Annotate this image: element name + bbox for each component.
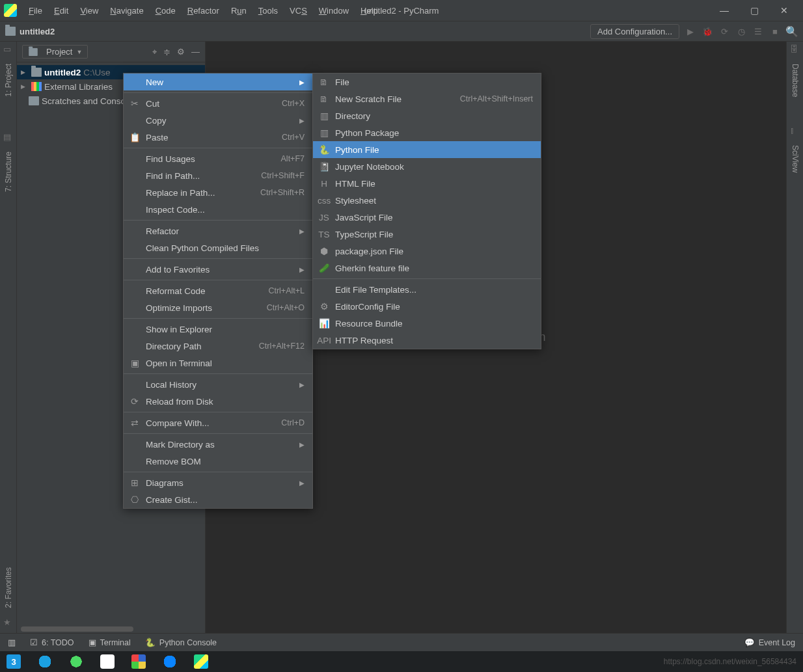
project-view-selector[interactable]: Project ▼ [22,45,88,59]
ctx-item-directory-path[interactable]: Directory PathCtrl+Alt+F12 [124,338,312,355]
menu-shortcut: Ctrl+Shift+R [260,188,305,197]
new-item-html-file[interactable]: HHTML File [313,175,541,192]
structure-tab[interactable]: 7: Structure [4,149,13,195]
menu-navigate[interactable]: Navigate [105,3,148,18]
menu-code[interactable]: Code [150,3,181,18]
status-terminal[interactable]: ▣Terminal [88,638,131,647]
database-tab[interactable]: Database [791,61,800,100]
ctx-item-local-history[interactable]: Local History▶ [124,376,312,393]
taskbar-wechat-icon[interactable] [69,654,83,669]
stop-icon[interactable]: ■ [769,25,781,37]
ctx-item-remove-bom[interactable]: Remove BOM [124,453,312,470]
ctx-item-add-to-favorites[interactable]: Add to Favorites▶ [124,261,312,278]
project-tab-icon[interactable]: ▭ [3,44,14,55]
ctx-item-cut[interactable]: ✂CutCtrl+X [124,95,312,112]
ctx-item-create-gist[interactable]: ⎔Create Gist... [124,491,312,508]
ctx-item-new[interactable]: New▶ [124,74,312,90]
ctx-item-paste[interactable]: 📋PasteCtrl+V [124,129,312,146]
favorites-tab-icon[interactable]: ★ [3,617,14,628]
favorites-tab[interactable]: 2: Favorites [4,565,13,611]
new-item-gherkin-feature-file[interactable]: 🥒Gherkin feature file [313,260,541,276]
ctx-item-optimize-imports[interactable]: Optimize ImportsCtrl+Alt+O [124,299,312,316]
menu-item-label: Add to Favorites [146,265,294,275]
taskbar-3-icon[interactable]: 3 [7,654,21,669]
expand-arrow-icon[interactable]: ▶ [21,83,29,90]
new-item-file[interactable]: 🗎File [313,74,541,90]
database-tab-icon[interactable]: 🗄 [790,44,800,55]
profile-icon[interactable]: ◷ [735,25,747,37]
sciview-tab[interactable]: SciView [791,142,800,175]
taskbar-app-icon[interactable] [100,654,115,669]
maximize-button[interactable]: ▢ [739,0,769,21]
project-tab[interactable]: 1: Project [4,61,13,100]
menu-edit[interactable]: Edit [49,3,74,18]
ctx-item-show-in-explorer[interactable]: Show in Explorer [124,321,312,338]
hide-icon[interactable]: — [191,47,200,57]
new-item-package-json-file[interactable]: ⬢package.json File [313,243,541,260]
add-configuration-button[interactable]: Add Configuration... [590,24,679,39]
new-item-jupyter-notebook[interactable]: 📓Jupyter Notebook [313,158,541,175]
ctx-item-compare-with[interactable]: ⇄Compare With...Ctrl+D [124,414,312,431]
new-item-python-file[interactable]: 🐍Python File [313,141,541,158]
taskbar-app2-icon[interactable] [131,654,146,669]
close-button[interactable]: ✕ [769,0,799,21]
locate-icon[interactable]: ⌖ [152,47,157,57]
new-item-stylesheet[interactable]: cssStylesheet [313,192,541,209]
menu-view[interactable]: View [75,3,103,18]
expand-arrow-icon[interactable]: ▶ [21,69,29,75]
submenu-arrow-icon: ▶ [299,381,305,388]
terminal-icon: ▣ [88,638,96,647]
tool-window-toggle[interactable]: ▥ [8,638,16,647]
new-item-edit-file-templates[interactable]: Edit File Templates... [313,281,541,298]
status-event-log[interactable]: 💬Event Log [744,638,795,647]
breadcrumb-root[interactable]: untitled2 [20,27,55,36]
menu-vcs[interactable]: VCS [284,3,312,18]
ctx-item-copy[interactable]: Copy▶ [124,112,312,129]
concurrency-icon[interactable]: ☰ [752,25,764,37]
ctx-item-clean-python-compiled-files[interactable]: Clean Python Compiled Files [124,239,312,256]
search-everywhere-icon[interactable]: 🔍 [786,25,798,37]
menu-run[interactable]: Run [226,3,252,18]
coverage-icon[interactable]: ⟳ [718,25,730,37]
settings-icon[interactable]: ⚙ [177,47,185,57]
menu-window[interactable]: Window [314,3,354,18]
bundle-icon: 📊 [318,318,330,329]
new-item-http-request[interactable]: APIHTTP Request [313,332,541,349]
project-panel-scrollbar[interactable] [17,625,205,633]
menu-item-label: Mark Directory as [146,440,294,450]
taskbar-pycharm-icon[interactable] [194,654,208,669]
ctx-item-reload-from-disk[interactable]: ⟳Reload from Disk [124,393,312,410]
libraries-icon [31,82,42,91]
taskbar-edge-icon[interactable] [38,654,52,669]
new-item-resource-bundle[interactable]: 📊Resource Bundle [313,315,541,332]
new-item-javascript-file[interactable]: JSJavaScript File [313,209,541,226]
minimize-button[interactable]: — [709,0,739,21]
ctx-item-reformat-code[interactable]: Reformat CodeCtrl+Alt+L [124,282,312,299]
new-item-python-package[interactable]: ▥Python Package [313,124,541,141]
ctx-item-replace-in-path[interactable]: Replace in Path...Ctrl+Shift+R [124,184,312,201]
ctx-item-open-in-terminal[interactable]: ▣Open in Terminal [124,355,312,371]
new-item-typescript-file[interactable]: TSTypeScript File [313,226,541,243]
new-item-editorconfig-file[interactable]: ⚙EditorConfig File [313,298,541,315]
sciview-tab-icon[interactable]: ⫿ [790,126,800,136]
ctx-item-mark-directory-as[interactable]: Mark Directory as▶ [124,436,312,453]
collapse-icon[interactable]: ≑ [163,47,170,57]
new-item-directory[interactable]: ▥Directory [313,107,541,124]
ctx-item-find-in-path[interactable]: Find in Path...Ctrl+Shift+F [124,167,312,184]
status-python-console[interactable]: 🐍Python Console [145,638,217,647]
ctx-item-refactor[interactable]: Refactor▶ [124,222,312,239]
debug-icon[interactable]: 🐞 [701,25,713,37]
run-icon[interactable]: ▶ [685,25,696,37]
ctx-item-find-usages[interactable]: Find UsagesAlt+F7 [124,150,312,167]
new-item-new-scratch-file[interactable]: 🗎New Scratch FileCtrl+Alt+Shift+Insert [313,90,541,107]
ctx-item-inspect-code[interactable]: Inspect Code... [124,201,312,218]
menu-file[interactable]: File [23,3,48,18]
menu-refactor[interactable]: Refactor [182,3,225,18]
scrollbar-thumb[interactable] [21,626,133,632]
status-todo[interactable]: ☑6: TODO [30,638,74,647]
ctx-item-diagrams[interactable]: ⊞Diagrams▶ [124,474,312,491]
menu-tools[interactable]: Tools [253,3,283,18]
todo-icon: ☑ [30,638,38,647]
structure-tab-icon[interactable]: ▤ [3,132,14,142]
taskbar-app3-icon[interactable] [163,654,177,669]
